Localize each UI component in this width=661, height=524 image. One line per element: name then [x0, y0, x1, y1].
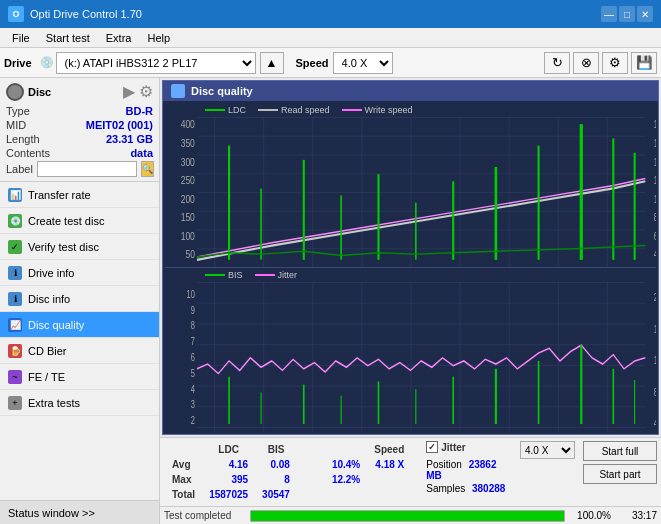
- disc-settings-icon[interactable]: ⚙: [139, 82, 153, 101]
- maximize-button[interactable]: □: [619, 6, 635, 22]
- sidebar-item-drive-info[interactable]: ℹ Drive info: [0, 260, 159, 286]
- fe-te-icon: ~: [8, 370, 22, 384]
- disc-contents-value: data: [130, 147, 153, 159]
- sidebar-item-cd-bier[interactable]: 🍺 CD Bier: [0, 338, 159, 364]
- disc-expand-icon[interactable]: ▶: [123, 82, 135, 101]
- menu-start-test[interactable]: Start test: [38, 30, 98, 46]
- quality-speed-select[interactable]: 4.0 X: [520, 441, 575, 459]
- jitter-col-header: [326, 443, 366, 456]
- sidebar-item-extra-tests[interactable]: + Extra tests: [0, 390, 159, 416]
- drive-bar: Drive 💿 (k:) ATAPI iHBS312 2 PL17 ▲ Spee…: [0, 48, 661, 78]
- speed-label: Speed: [296, 57, 329, 69]
- svg-text:5: 5: [191, 366, 195, 379]
- jitter-check-label: Jitter: [441, 442, 465, 453]
- progress-bar-fill: [251, 511, 564, 521]
- avg-ldc-value: 4.16: [203, 458, 254, 471]
- jitter-speed-section: ✓ Jitter Position 23862 MB Samples 38028…: [426, 441, 506, 494]
- status-window-label: Status window >>: [8, 507, 95, 519]
- chart2-legend: BIS Jitter: [165, 268, 656, 282]
- sidebar: Disc ▶ ⚙ Type BD-R MID MEIT02 (001) Leng…: [0, 78, 160, 524]
- refresh-button[interactable]: ↻: [544, 52, 570, 74]
- svg-text:6X: 6X: [654, 231, 656, 242]
- position-label: Position: [426, 459, 462, 470]
- sidebar-item-transfer-rate[interactable]: 📊 Transfer rate: [0, 182, 159, 208]
- disc-type-label: Type: [6, 105, 30, 117]
- menu-extra[interactable]: Extra: [98, 30, 140, 46]
- svg-text:250: 250: [181, 174, 196, 186]
- avg-row-label: Avg: [166, 458, 201, 471]
- menu-bar: File Start test Extra Help: [0, 28, 661, 48]
- svg-text:10X: 10X: [654, 194, 656, 205]
- minimize-button[interactable]: —: [601, 6, 617, 22]
- chart1-plot: 400 350 300 250 200 150 100 50 18X 16X 1…: [165, 117, 656, 267]
- samples-label: Samples: [426, 483, 465, 494]
- max-bis-value: 8: [256, 473, 296, 486]
- jitter-checkbox[interactable]: ✓: [426, 441, 438, 453]
- start-full-button[interactable]: Start full: [583, 441, 657, 461]
- samples-row: Samples 380288: [426, 483, 506, 494]
- position-row: Position 23862 MB: [426, 459, 506, 481]
- total-ldc-value: 1587025: [203, 488, 254, 501]
- speed-col-header: Speed: [368, 443, 410, 456]
- verify-test-disc-icon: ✓: [8, 240, 22, 254]
- settings-button[interactable]: ⚙: [602, 52, 628, 74]
- disc-icon: [6, 83, 24, 101]
- svg-text:7: 7: [191, 335, 195, 348]
- quality-panel-icon: [171, 84, 185, 98]
- disc-erase-button[interactable]: ⊗: [573, 52, 599, 74]
- svg-text:4: 4: [191, 382, 195, 395]
- chart1-legend: LDC Read speed Write speed: [165, 103, 656, 117]
- status-window-button[interactable]: Status window >>: [0, 500, 159, 524]
- charts-area: LDC Read speed Write speed: [163, 101, 658, 434]
- svg-text:2: 2: [191, 414, 195, 427]
- disc-label-input[interactable]: [37, 161, 137, 177]
- svg-text:400: 400: [181, 118, 196, 130]
- drive-label: Drive: [4, 57, 32, 69]
- progress-bar-background: [250, 510, 565, 522]
- speed-select-section: 4.0 X: [520, 441, 575, 459]
- svg-text:200: 200: [181, 193, 196, 205]
- chart2-container: BIS Jitter 10 9 8: [165, 268, 656, 432]
- menu-file[interactable]: File: [4, 30, 38, 46]
- disc-type-value: BD-R: [126, 105, 154, 117]
- total-bis-value: 30547: [256, 488, 296, 501]
- sidebar-item-disc-quality[interactable]: 📈 Disc quality: [0, 312, 159, 338]
- jitter-legend-color: [255, 274, 275, 276]
- menu-help[interactable]: Help: [139, 30, 178, 46]
- action-buttons: Start full Start part: [583, 441, 657, 484]
- disc-info-icon: ℹ: [8, 292, 22, 306]
- disc-label-button[interactable]: 🔍: [141, 161, 154, 177]
- svg-text:8: 8: [191, 319, 195, 332]
- svg-text:4%: 4%: [654, 417, 656, 430]
- svg-text:150: 150: [181, 211, 196, 223]
- drive-select[interactable]: (k:) ATAPI iHBS312 2 PL17: [56, 52, 256, 74]
- create-test-disc-icon: 💿: [8, 214, 22, 228]
- svg-rect-40: [197, 282, 645, 432]
- jitter-check-row: ✓ Jitter: [426, 441, 506, 453]
- cd-bier-icon: 🍺: [8, 344, 22, 358]
- svg-text:6: 6: [191, 350, 195, 363]
- eject-button[interactable]: ▲: [260, 52, 284, 74]
- sidebar-item-fe-te[interactable]: ~ FE / TE: [0, 364, 159, 390]
- sidebar-item-verify-test-disc[interactable]: ✓ Verify test disc: [0, 234, 159, 260]
- disc-mid-value: MEIT02 (001): [86, 119, 153, 131]
- avg-jitter-value: 10.4%: [326, 458, 366, 471]
- content-area: Disc quality LDC Read speed: [160, 78, 661, 524]
- jitter-legend-label: Jitter: [278, 270, 298, 280]
- sidebar-item-disc-info[interactable]: ℹ Disc info: [0, 286, 159, 312]
- avg-bis-value: 0.08: [256, 458, 296, 471]
- disc-mid-label: MID: [6, 119, 26, 131]
- close-button[interactable]: ✕: [637, 6, 653, 22]
- svg-text:350: 350: [181, 137, 196, 149]
- svg-text:9: 9: [191, 303, 195, 316]
- extra-tests-icon: +: [8, 396, 22, 410]
- start-part-button[interactable]: Start part: [583, 464, 657, 484]
- avg-speed-value: 4.18 X: [368, 458, 410, 471]
- sidebar-item-create-test-disc[interactable]: 💿 Create test disc: [0, 208, 159, 234]
- save-button[interactable]: 💾: [631, 52, 657, 74]
- svg-text:300: 300: [181, 155, 196, 167]
- progress-percent-text: 100.0%: [571, 510, 611, 521]
- speed-select-main[interactable]: 4.0 X: [333, 52, 393, 74]
- app-icon: O: [8, 6, 24, 22]
- chart2-plot: 10 9 8 7 6 5 4 3 2 20% 16% 12%: [165, 282, 656, 432]
